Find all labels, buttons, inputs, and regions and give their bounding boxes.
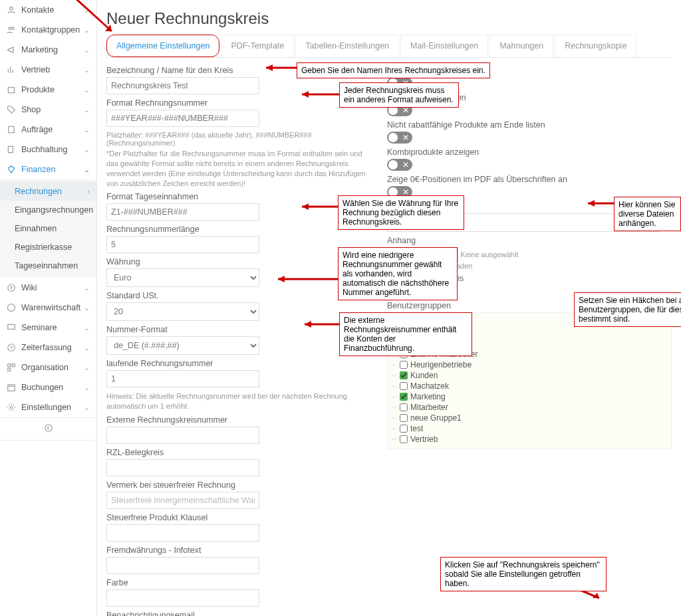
subnav-registrierkasse[interactable]: Registrierkasse xyxy=(0,238,96,257)
svg-rect-4 xyxy=(9,126,14,132)
nav-finanzen[interactable]: Finanzen⌄ xyxy=(0,159,96,179)
clock-icon xyxy=(7,343,16,352)
group-checkbox[interactable] xyxy=(400,393,408,401)
clipboard-icon xyxy=(7,125,16,134)
svg-rect-6 xyxy=(8,324,15,329)
rabatt-toggle[interactable]: ✕ xyxy=(387,132,412,144)
group-checkbox[interactable] xyxy=(400,403,408,411)
group-checkbox[interactable] xyxy=(400,361,408,369)
tab-kopie[interactable]: Rechnungskopie xyxy=(555,35,636,57)
chart-icon xyxy=(7,65,16,74)
box-icon xyxy=(7,85,16,94)
waehrung-select[interactable]: Euro xyxy=(106,268,259,287)
svg-rect-10 xyxy=(8,368,11,371)
rabatt-label: Nicht rabattfähige Produkte am Ende list… xyxy=(387,120,672,130)
annotation-arrow xyxy=(583,198,614,211)
main-content: Neuer Rechnungskreis Allgemeine Einstell… xyxy=(97,0,681,616)
nav-buchungen[interactable]: Buchungen⌄ xyxy=(0,377,96,397)
subnav-rechnungen[interactable]: Rechnungen › xyxy=(0,182,96,201)
sidebar: Kontakte⌄ Kontaktgruppen⌄ Marketing⌄ Ver… xyxy=(0,0,97,616)
bezeichnung-input[interactable] xyxy=(106,77,259,94)
svg-rect-8 xyxy=(8,364,11,367)
vermerk-label: Vermerk bei steuerfreier Rechnung xyxy=(106,480,372,490)
group-label: Mitarbeiter xyxy=(410,403,448,412)
externe-label: Externe Rechnungskreisnummer xyxy=(106,415,372,425)
laufende-input[interactable] xyxy=(106,370,259,387)
collapse-sidebar-icon[interactable] xyxy=(0,417,96,441)
nav-produkte[interactable]: Produkte⌄ xyxy=(0,80,96,100)
nav-zeiterfassung[interactable]: Zeiterfassung⌄ xyxy=(0,338,96,358)
waehrung-label: Währung xyxy=(106,257,372,266)
rzl-input[interactable] xyxy=(106,459,259,476)
diamond-icon xyxy=(7,165,16,174)
svg-line-14 xyxy=(75,0,112,31)
calendar-icon xyxy=(7,383,16,392)
people-icon xyxy=(7,25,16,35)
format-tag-input[interactable] xyxy=(106,203,259,221)
laufende-hint: Hinweis: Die aktuelle Rechnungsnummer wi… xyxy=(106,391,372,411)
callout-format: Jeder Rechnungskreis muss ein anderes Fo… xyxy=(339,82,459,108)
ust-select[interactable]: 20 xyxy=(106,302,259,321)
nav-organisation[interactable]: Organisation⌄ xyxy=(0,358,96,377)
ust-label: Standard USt. xyxy=(106,291,372,300)
svg-point-12 xyxy=(10,406,13,409)
format-tag-label: Format Tageseinnahmen xyxy=(106,192,372,201)
subnav-eingangsrechnungen[interactable]: Eingangsrechnungen xyxy=(0,201,96,219)
tab-tabellen[interactable]: Tabellen-Einstellungen xyxy=(295,35,399,57)
cube-icon xyxy=(7,303,16,312)
nav-wiki[interactable]: Wiki⌄ xyxy=(0,278,96,298)
nav-vertrieb[interactable]: Vertrieb⌄ xyxy=(0,60,96,80)
svg-point-0 xyxy=(10,7,13,10)
subnav-einnahmen[interactable]: Einnahmen xyxy=(0,219,96,238)
group-label: neue Gruppe1 xyxy=(410,413,462,423)
callout-anhang: Hier können Sie diverse Dateien anhängen… xyxy=(614,197,681,231)
numfmt-select[interactable]: de_DE (#.###,##) xyxy=(106,336,259,355)
subnav-tageseinnahmen[interactable]: Tageseinnahmen xyxy=(0,257,96,275)
annotation-arrow xyxy=(273,274,338,286)
group-label: Machatzek xyxy=(410,381,449,391)
farbe-input[interactable] xyxy=(106,589,259,607)
nav-seminare[interactable]: Seminare⌄ xyxy=(0,318,96,338)
svg-marker-17 xyxy=(266,64,273,71)
group-checkbox[interactable] xyxy=(400,414,408,422)
gear-icon xyxy=(7,403,16,412)
zeropos-label: Zeige 0€-Positionen im PDF als Überschri… xyxy=(387,175,672,184)
group-label: Kunden xyxy=(410,371,438,380)
fremd-input[interactable] xyxy=(106,557,259,574)
svg-marker-23 xyxy=(278,276,285,282)
laufende-label: laufende Rechnungsnummer xyxy=(106,359,372,368)
group-label: Heurigenbetriebe xyxy=(410,360,472,369)
annotation-arrow xyxy=(72,0,125,43)
tab-pdf[interactable]: PDF-Template xyxy=(221,35,294,57)
tab-mahnungen[interactable]: Mahnungen xyxy=(489,35,553,57)
rzl-label: RZL-Belegkreis xyxy=(106,448,372,457)
externe-input[interactable] xyxy=(106,427,259,444)
klausel-input[interactable] xyxy=(106,524,259,542)
callout-groups: Setzen Sie ein Häkchen bei allen Benutze… xyxy=(574,292,681,327)
tab-mail[interactable]: Mail-Einstellungen xyxy=(400,35,488,57)
annotation-arrow xyxy=(297,89,339,102)
fremd-label: Fremdwährungs - Infotext xyxy=(106,546,372,555)
nav-buchhaltung[interactable]: Buchhaltung⌄ xyxy=(0,140,96,159)
nav-warenwirtschaft[interactable]: Warenwirtschaft⌄ xyxy=(0,298,96,318)
nav-auftraege[interactable]: Aufträge⌄ xyxy=(0,120,96,140)
group-label: Vertrieb xyxy=(410,435,438,444)
subnav-finanzen: Rechnungen › Eingangsrechnungen Einnahme… xyxy=(0,179,96,278)
klausel-label: Steuerfreie Produkt Klausel xyxy=(106,513,372,522)
nav-shop[interactable]: Shop⌄ xyxy=(0,100,96,120)
annotation-arrow xyxy=(261,62,297,75)
help-icon xyxy=(7,283,16,292)
svg-point-1 xyxy=(9,27,11,30)
svg-marker-25 xyxy=(305,321,311,328)
group-checkbox[interactable] xyxy=(400,425,408,433)
format-input[interactable] xyxy=(106,110,259,127)
group-checkbox[interactable] xyxy=(400,371,408,379)
callout-save: Klicken Sie auf "Rechnungskreis speicher… xyxy=(440,557,607,591)
kombi-toggle[interactable]: ✕ xyxy=(387,159,412,171)
nummerlaenge-input[interactable] xyxy=(106,236,259,253)
group-checkbox[interactable] xyxy=(400,435,408,443)
vermerk-input[interactable] xyxy=(106,492,259,509)
group-label: test xyxy=(410,424,423,433)
nav-einstellungen[interactable]: Einstellungen⌄ xyxy=(0,397,96,417)
group-checkbox[interactable] xyxy=(400,382,408,390)
